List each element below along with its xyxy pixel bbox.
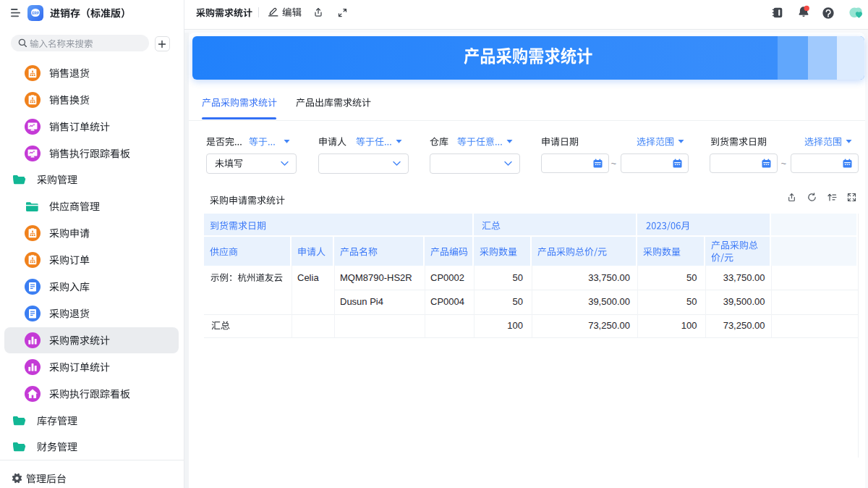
- svg-text:ERP: ERP: [32, 12, 38, 15]
